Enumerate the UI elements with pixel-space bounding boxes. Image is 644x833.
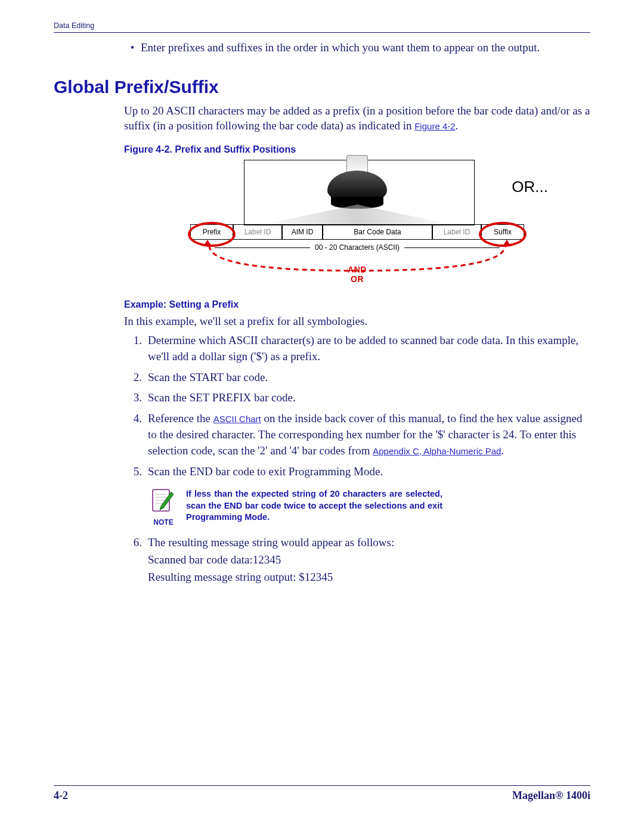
step-3-text: Scan the SET PREFIX bar code. — [148, 390, 590, 406]
step6-lead: The resulting message string would appea… — [148, 536, 394, 549]
running-header: Data Editing — [54, 21, 590, 30]
data-strip: Prefix Label ID AIM ID Bar Code Data Lab… — [190, 224, 524, 240]
page-number: 4-2 — [54, 789, 68, 802]
product-name: Magellan® 1400i — [512, 789, 590, 802]
note-icon — [150, 488, 177, 515]
example-heading: Example: Setting a Prefix — [124, 299, 590, 310]
cell-barcodedata: Bar Code Data — [323, 224, 432, 240]
step-6-text: The resulting message string would appea… — [148, 535, 590, 586]
note-text: If less than the expected string of 20 c… — [186, 488, 442, 524]
footer: 4-2 Magellan® 1400i — [54, 785, 590, 802]
step-4: 4. Reference the ASCII Chart on the insi… — [124, 411, 590, 459]
step-6: 6. The resulting message string would ap… — [124, 535, 590, 586]
step-1: 1.Determine which ASCII character(s) are… — [124, 333, 590, 365]
note-block: NOTE If less than the expected string of… — [148, 488, 590, 527]
appendix-c-link[interactable]: Appendix C, Alpha-Numeric Pad — [373, 446, 501, 456]
bullet-dot: • — [124, 40, 141, 55]
step-2-text: Scan the START bar code. — [148, 370, 590, 386]
or2-text: OR — [351, 274, 364, 284]
step-5-text: Scan the END bar code to exit Programmin… — [148, 464, 590, 480]
step4-post: . — [501, 444, 504, 457]
figure-caption: Figure 4-2. Prefix and Suffix Positions — [124, 144, 590, 155]
example-intro: In this example, we'll set a prefix for … — [124, 314, 590, 329]
cell-labelid2: Label ID — [432, 224, 481, 240]
and-or-label: AND OR — [190, 265, 524, 284]
step6-line2: Resulting message string output: $12345 — [148, 569, 590, 586]
bullet-text: Enter prefixes and suffixes in the order… — [141, 40, 540, 55]
note-icon-wrap: NOTE — [148, 488, 179, 527]
step-4-text: Reference the ASCII Chart on the inside … — [148, 411, 590, 459]
step6-line1: Scanned bar code data:12345 — [148, 552, 590, 568]
step-3: 3.Scan the SET PREFIX bar code. — [124, 390, 590, 406]
step-2: 2.Scan the START bar code. — [124, 370, 590, 386]
intro-paragraph: Up to 20 ASCII characters may be added a… — [124, 103, 590, 134]
bullet-row: • Enter prefixes and suffixes in the ord… — [124, 40, 590, 55]
steps-list: 1.Determine which ASCII character(s) are… — [124, 333, 590, 481]
page: Data Editing • Enter prefixes and suffix… — [0, 0, 644, 833]
header-rule — [54, 32, 590, 33]
step4-pre: Reference the — [148, 412, 213, 425]
figure-link[interactable]: Figure 4-2 — [414, 121, 455, 131]
step-5: 5.Scan the END bar code to exit Programm… — [124, 464, 590, 480]
note-label: NOTE — [148, 518, 179, 527]
prefix-suffix-diagram: OR... Prefix Label ID AIM ID Bar Code Da… — [190, 160, 524, 285]
ascii-chart-link[interactable]: ASCII Chart — [213, 414, 261, 424]
cell-labelid1: Label ID — [233, 224, 282, 240]
top-bullet-block: • Enter prefixes and suffixes in the ord… — [124, 40, 590, 55]
or-label: OR... — [512, 178, 548, 196]
section-heading: Global Prefix/Suffix — [54, 77, 590, 97]
body: Up to 20 ASCII characters may be added a… — [124, 103, 590, 586]
steps-list-cont: 6. The resulting message string would ap… — [124, 535, 590, 586]
and-text: AND — [348, 265, 367, 274]
step-1-text: Determine which ASCII character(s) are t… — [148, 333, 590, 365]
cell-aimid: AIM ID — [282, 224, 323, 240]
footer-rule — [54, 785, 590, 786]
intro-pre: Up to 20 ASCII characters may be added a… — [124, 104, 590, 132]
intro-post: . — [456, 119, 459, 132]
